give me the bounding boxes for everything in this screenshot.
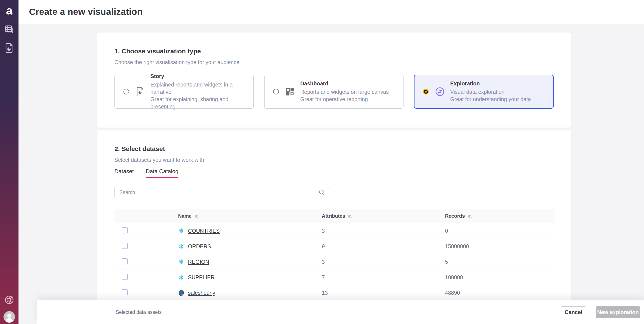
sort-icon[interactable] (195, 214, 199, 218)
step2-subheading: Select datasets you want to work with (114, 157, 554, 163)
boards-icon (4, 24, 14, 35)
main-area: Create a new visualization 1. Choose vis… (18, 0, 644, 324)
sidebar-nav (0, 24, 18, 54)
table-row: saleshourly 13 48890 (114, 285, 555, 301)
selected-assets-label: Selected data assets (37, 309, 162, 315)
table-header: Name Attributes Records (114, 209, 555, 223)
row-checkbox[interactable] (122, 289, 128, 296)
select-dataset-panel: 2. Select dataset Select datasets you wa… (97, 130, 571, 312)
app-root: a (0, 0, 644, 324)
dataset-link[interactable]: COUNTRIES (188, 228, 220, 234)
records-value: 0 (445, 228, 555, 234)
search-input[interactable] (114, 187, 329, 198)
snowflake-icon: ❄ (178, 274, 184, 281)
column-header-records: Records (445, 213, 555, 219)
page-header: Create a new visualization (18, 0, 644, 24)
sidebar-item-boards[interactable] (3, 24, 16, 36)
tab-dataset[interactable]: Dataset (114, 168, 134, 178)
datasets-table: Name Attributes Records (114, 209, 555, 301)
card-description: Explained reports and widgets in a narra… (150, 81, 254, 96)
dataset-link[interactable]: REGION (188, 259, 209, 265)
footer-actions: Cancel New exploration (561, 306, 640, 318)
card-description: Visual data exploration (450, 88, 531, 96)
dataset-link[interactable]: SUPPLIER (188, 274, 215, 280)
snowflake-icon: ❄ (178, 243, 184, 250)
snowflake-icon: ❄ (178, 228, 184, 234)
column-header-attributes: Attributes (322, 213, 445, 219)
card-description: Great for explaining, sharing and presen… (150, 96, 254, 110)
visualization-type-cards: Story Explained reports and widgets in a… (114, 75, 554, 109)
dataset-source-tabs: Dataset Data Catalog (114, 168, 554, 178)
visualization-type-card[interactable]: Exploration Visual data exploration Grea… (414, 75, 554, 109)
step1-heading: 1. Choose visualization type (114, 48, 554, 55)
new-exploration-button[interactable]: New exploration (596, 306, 640, 318)
attributes-value: 3 (322, 228, 445, 234)
visualization-type-card[interactable]: Dashboard Reports and widgets on large c… (264, 75, 404, 109)
search-icon[interactable] (318, 189, 326, 197)
story-document-icon (135, 87, 145, 96)
radio-button[interactable] (273, 89, 279, 94)
cancel-button[interactable]: Cancel (561, 306, 586, 318)
card-title: Exploration (450, 80, 531, 87)
visualization-type-card[interactable]: Story Explained reports and widgets in a… (114, 75, 254, 109)
records-value: 15000000 (445, 243, 555, 250)
choose-type-panel: 1. Choose visualization type Choose the … (97, 32, 571, 128)
records-value: 100000 (445, 274, 555, 280)
attributes-value: 3 (322, 259, 445, 265)
row-checkbox[interactable] (122, 274, 128, 280)
settings-wheel-icon[interactable] (3, 294, 16, 306)
sidebar: a (0, 0, 18, 324)
footer-bar: Selected data assets Cancel New explorat… (37, 300, 644, 324)
page-title: Create a new visualization (29, 7, 142, 17)
card-description: Great for understanding your data (450, 96, 531, 103)
sidebar-item-reports[interactable] (3, 42, 16, 54)
dataset-link[interactable]: ORDERS (188, 243, 211, 250)
app-logo: a (0, 0, 18, 21)
page-content: 1. Choose visualization type Choose the … (18, 24, 644, 312)
row-checkbox[interactable] (122, 258, 128, 264)
table-row: ❄ ORDERS 9 15000000 (114, 239, 555, 254)
radio-button[interactable] (423, 89, 429, 94)
step2-heading: 2. Select dataset (114, 145, 554, 152)
table-row: ❄ REGION 3 5 (114, 254, 555, 270)
attributes-value: 7 (322, 274, 445, 280)
exploration-compass-icon (435, 87, 445, 96)
tab-data-catalog[interactable]: Data Catalog (146, 168, 178, 178)
row-checkbox[interactable] (122, 243, 128, 249)
dashboard-grid-icon (285, 87, 295, 96)
card-description: Great for operative reporting (300, 96, 389, 103)
records-value: 48890 (445, 290, 555, 296)
column-header-name: Name (178, 213, 322, 219)
report-document-icon (5, 43, 14, 54)
column-label[interactable]: Records (445, 213, 465, 219)
records-value: 5 (445, 259, 555, 265)
card-description: Reports and widgets on large canvas (300, 88, 389, 96)
row-checkbox[interactable] (122, 228, 128, 234)
table-row: ❄ COUNTRIES 3 0 (114, 223, 555, 239)
search-box (114, 187, 329, 198)
card-title: Dashboard (300, 80, 389, 87)
card-title: Story (150, 73, 254, 80)
sidebar-divider (0, 290, 18, 290)
sort-icon[interactable] (468, 214, 472, 218)
table-row: ❄ SUPPLIER 7 100000 (114, 270, 555, 285)
table-body: ❄ COUNTRIES 3 0 ❄ ORDERS 9 15000000 ❄ RE… (114, 223, 555, 301)
column-label[interactable]: Name (178, 213, 192, 219)
column-label[interactable]: Attributes (322, 213, 345, 219)
snowflake-icon: ❄ (178, 259, 184, 265)
radio-button[interactable] (124, 89, 129, 94)
dataset-link[interactable]: saleshourly (188, 290, 215, 296)
step1-subheading: Choose the right visualisation type for … (114, 59, 554, 65)
attributes-value: 9 (322, 243, 445, 250)
sort-icon[interactable] (348, 214, 352, 218)
user-avatar[interactable] (4, 311, 15, 323)
postgresql-icon (178, 290, 184, 296)
attributes-value: 13 (322, 290, 445, 296)
sidebar-bottom (0, 290, 18, 324)
